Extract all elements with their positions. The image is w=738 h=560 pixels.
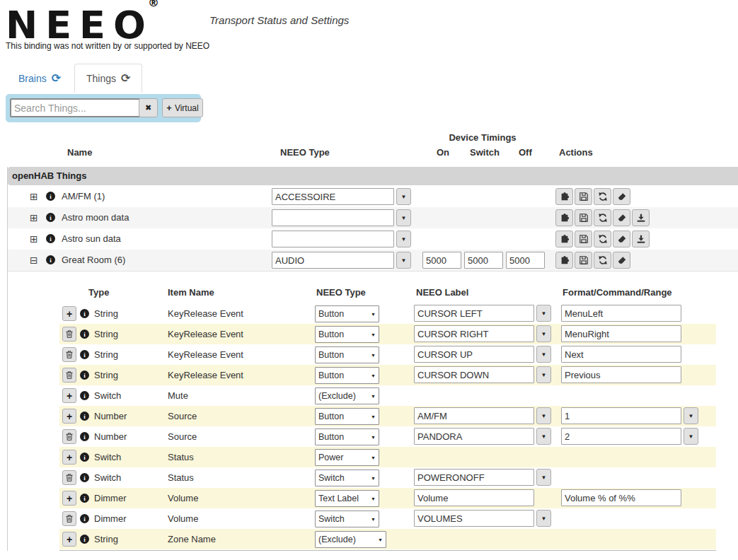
format-input[interactable] — [561, 366, 681, 383]
neeo-type-input[interactable] — [272, 252, 394, 269]
info-icon[interactable]: i — [80, 473, 89, 482]
neeo-type-input[interactable] — [272, 231, 394, 247]
info-icon[interactable]: i — [80, 371, 89, 380]
neeo-label-input[interactable] — [414, 510, 534, 527]
delete-channel-button[interactable] — [62, 347, 76, 362]
label-dropdown-button[interactable]: ▼ — [536, 325, 551, 342]
info-icon[interactable]: i — [80, 514, 89, 523]
expand-icon[interactable]: ⊞ — [30, 186, 38, 207]
delete-channel-button[interactable] — [62, 429, 76, 444]
neeo-type-select[interactable]: Switch▼ — [315, 469, 379, 486]
timing-switch-input[interactable] — [464, 252, 503, 269]
neeo-type-select[interactable]: Button▼ — [315, 305, 379, 322]
neeo-label-input[interactable] — [414, 469, 534, 486]
neeo-label-input[interactable] — [414, 325, 534, 342]
neeo-label-input[interactable] — [414, 428, 534, 445]
expand-icon[interactable]: ⊞ — [30, 207, 38, 228]
transmit-button[interactable] — [555, 188, 573, 205]
erase-button[interactable] — [613, 209, 630, 226]
format-input[interactable] — [561, 407, 681, 424]
format-input[interactable] — [561, 346, 681, 363]
add-channel-button[interactable]: + — [62, 409, 76, 424]
label-dropdown-button[interactable]: ▼ — [536, 407, 551, 424]
neeo-type-dropdown-button[interactable]: ▼ — [396, 231, 411, 247]
transmit-button[interactable] — [555, 209, 573, 226]
neeo-type-select[interactable]: Button▼ — [315, 326, 379, 343]
neeo-type-select[interactable]: Button▼ — [315, 408, 379, 425]
neeo-label-input[interactable] — [414, 366, 534, 383]
info-icon[interactable]: i — [80, 535, 89, 544]
neeo-type-input[interactable] — [272, 188, 394, 205]
info-icon[interactable]: i — [46, 213, 55, 222]
restore-button[interactable] — [632, 209, 650, 226]
format-dropdown-button[interactable]: ▼ — [684, 428, 698, 445]
expand-icon[interactable]: ⊞ — [30, 228, 38, 250]
format-input[interactable] — [561, 325, 681, 342]
refresh-button[interactable] — [594, 231, 611, 247]
info-icon[interactable]: i — [80, 350, 89, 359]
label-dropdown-button[interactable]: ▼ — [536, 510, 551, 527]
refresh-button[interactable] — [594, 252, 611, 269]
info-icon[interactable]: i — [80, 432, 89, 441]
transmit-button[interactable] — [555, 252, 573, 269]
add-channel-button[interactable]: + — [62, 306, 76, 321]
label-dropdown-button[interactable]: ▼ — [536, 428, 551, 445]
label-dropdown-button[interactable]: ▼ — [536, 346, 551, 363]
add-virtual-button[interactable]: + Virtual — [162, 98, 203, 117]
neeo-type-dropdown-button[interactable]: ▼ — [396, 209, 411, 226]
format-dropdown-button[interactable]: ▼ — [684, 407, 698, 424]
tab-things[interactable]: Things ⟳ — [74, 64, 142, 93]
timing-off-input[interactable] — [506, 252, 545, 269]
label-dropdown-button[interactable]: ▼ — [536, 366, 551, 383]
info-icon[interactable]: i — [46, 234, 55, 243]
neeo-type-select[interactable]: Button▼ — [315, 428, 379, 445]
delete-channel-button[interactable] — [62, 327, 76, 342]
info-icon[interactable]: i — [80, 391, 89, 400]
neeo-type-select[interactable]: Text Label▼ — [315, 490, 379, 507]
delete-channel-button[interactable] — [62, 368, 76, 383]
add-channel-button[interactable]: + — [62, 532, 76, 547]
neeo-type-select[interactable]: (Exclude)▼ — [315, 531, 386, 548]
info-icon[interactable]: i — [46, 192, 55, 201]
format-input[interactable] — [561, 489, 681, 506]
restore-button[interactable] — [632, 231, 650, 247]
neeo-type-select[interactable]: Button▼ — [315, 367, 379, 384]
neeo-type-input[interactable] — [272, 209, 394, 226]
save-button[interactable] — [575, 188, 592, 205]
info-icon[interactable]: i — [80, 412, 89, 421]
clear-search-button[interactable]: ✖ — [139, 98, 158, 117]
neeo-type-select[interactable]: Power▼ — [315, 449, 379, 466]
neeo-type-dropdown-button[interactable]: ▼ — [396, 252, 411, 269]
add-channel-button[interactable]: + — [62, 388, 76, 403]
label-dropdown-button[interactable]: ▼ — [536, 305, 551, 322]
timing-on-input[interactable] — [422, 252, 461, 269]
info-icon[interactable]: i — [80, 329, 89, 339]
save-button[interactable] — [575, 231, 592, 247]
format-input[interactable] — [561, 428, 681, 445]
refresh-icon[interactable]: ⟳ — [121, 73, 130, 84]
tab-brains[interactable]: Brains ⟳ — [7, 64, 72, 93]
info-icon[interactable]: i — [46, 255, 55, 264]
info-icon[interactable]: i — [80, 309, 89, 318]
search-input[interactable] — [10, 98, 140, 117]
save-button[interactable] — [575, 252, 592, 269]
neeo-label-input[interactable] — [414, 489, 534, 506]
neeo-label-input[interactable] — [414, 407, 534, 424]
add-channel-button[interactable]: + — [62, 491, 76, 506]
info-icon[interactable]: i — [80, 453, 89, 462]
add-channel-button[interactable]: + — [62, 450, 76, 465]
refresh-button[interactable] — [594, 188, 611, 205]
neeo-label-input[interactable] — [414, 346, 534, 363]
neeo-type-select[interactable]: (Exclude)▼ — [315, 387, 379, 404]
erase-button[interactable] — [613, 252, 630, 269]
erase-button[interactable] — [613, 188, 630, 205]
label-dropdown-button[interactable]: ▼ — [536, 469, 551, 486]
collapse-icon[interactable]: ⊟ — [30, 250, 38, 271]
neeo-type-dropdown-button[interactable]: ▼ — [396, 188, 411, 205]
neeo-type-select[interactable]: Button▼ — [315, 346, 379, 363]
erase-button[interactable] — [613, 231, 630, 247]
delete-channel-button[interactable] — [62, 470, 76, 485]
info-icon[interactable]: i — [80, 494, 89, 503]
neeo-type-select[interactable]: Switch▼ — [315, 511, 379, 527]
delete-channel-button[interactable] — [62, 511, 76, 526]
